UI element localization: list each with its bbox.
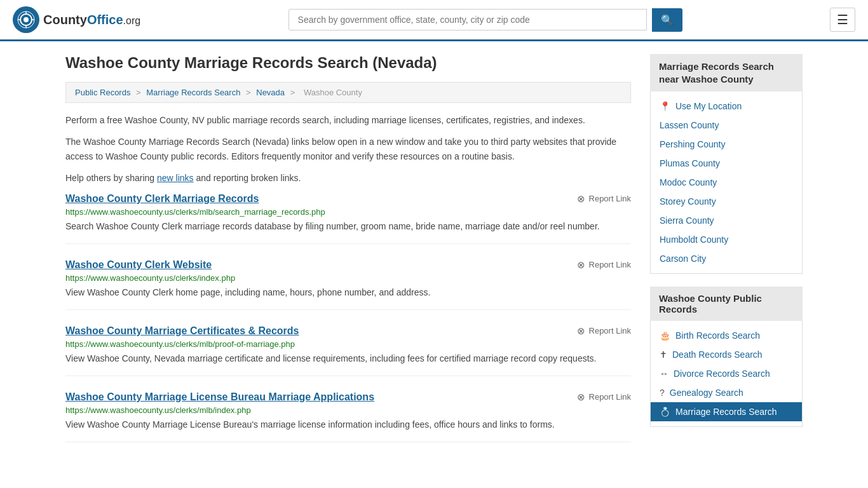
svg-point-2 (24, 17, 29, 22)
public-records-section: 🎂 Birth Records Search ✝ Death Records S… (650, 321, 803, 427)
desc-para-2: The Washoe County Marriage Records Searc… (65, 135, 631, 163)
sidebar: Marriage Records Search near Washoe Coun… (650, 54, 803, 458)
result-title[interactable]: Washoe County Clerk Marriage Records (65, 193, 259, 205)
result-url[interactable]: https://www.washoecounty.us/clerks/index… (65, 273, 631, 283)
report-icon: ⊗ (577, 259, 585, 271)
logo-area: CountyOffice.org (13, 6, 140, 33)
result-item: Washoe County Clerk Website ⊗ Report Lin… (65, 259, 631, 310)
sidebar-lassen[interactable]: Lassen County (651, 116, 802, 135)
divorce-icon: ↔ (660, 369, 668, 379)
report-icon: ⊗ (577, 193, 585, 205)
birth-icon: 🎂 (660, 330, 670, 341)
sidebar-genealogy[interactable]: ? Genealogy Search (651, 383, 802, 402)
result-url[interactable]: https://www.washoecounty.us/clerks/mlb/s… (65, 207, 631, 217)
result-title[interactable]: Washoe County Marriage License Bureau Ma… (65, 391, 374, 403)
result-item: Washoe County Marriage Certificates & Re… (65, 325, 631, 376)
sidebar-death-records[interactable]: ✝ Death Records Search (651, 345, 802, 364)
result-item: Washoe County Marriage License Bureau Ma… (65, 391, 631, 442)
desc-para-3: Help others by sharing new links and rep… (65, 171, 631, 185)
sidebar-carson[interactable]: Carson City (651, 249, 802, 268)
sidebar-use-location[interactable]: 📍 Use My Location (651, 97, 802, 116)
marriage-icon: 💍 (660, 407, 670, 417)
sidebar-pershing[interactable]: Pershing County (651, 135, 802, 154)
new-links-link[interactable]: new links (157, 173, 194, 183)
search-area: 🔍 (288, 8, 682, 32)
menu-button[interactable]: ☰ (830, 8, 855, 32)
result-desc: View Washoe County Marriage License Bure… (65, 418, 631, 431)
result-url[interactable]: https://www.washoecounty.us/clerks/mlb/p… (65, 339, 631, 349)
sidebar-marriage-records[interactable]: 💍 Marriage Records Search (651, 402, 802, 421)
result-url[interactable]: https://www.washoecounty.us/clerks/mlb/i… (65, 405, 631, 415)
result-desc: View Washoe County Clerk home page, incl… (65, 286, 631, 299)
nearby-header: Marriage Records Search near Washoe Coun… (650, 54, 803, 92)
sidebar-plumas[interactable]: Plumas County (651, 154, 802, 173)
main-wrapper: Washoe County Marriage Records Search (N… (53, 41, 815, 470)
report-link[interactable]: ⊗ Report Link (577, 391, 631, 403)
genealogy-icon: ? (660, 388, 665, 398)
sidebar-humboldt[interactable]: Humboldt County (651, 230, 802, 249)
search-button[interactable]: 🔍 (652, 8, 682, 32)
location-pin-icon: 📍 (660, 101, 670, 111)
result-item: Washoe County Clerk Marriage Records ⊗ R… (65, 193, 631, 244)
result-title[interactable]: Washoe County Marriage Certificates & Re… (65, 325, 299, 337)
sidebar-modoc[interactable]: Modoc County (651, 173, 802, 192)
page-title: Washoe County Marriage Records Search (N… (65, 54, 631, 72)
breadcrumb-marriage-records[interactable]: Marriage Records Search (146, 88, 240, 97)
nearby-section: 📍 Use My Location Lassen County Pershing… (650, 92, 803, 274)
sidebar-sierra[interactable]: Sierra County (651, 211, 802, 230)
search-input[interactable] (288, 9, 647, 30)
content-area: Washoe County Marriage Records Search (N… (65, 54, 631, 458)
report-link[interactable]: ⊗ Report Link (577, 325, 631, 337)
logo-text: CountyOffice.org (43, 13, 140, 27)
sidebar-birth-records[interactable]: 🎂 Birth Records Search (651, 326, 802, 345)
result-desc: Search Washoe County Clerk marriage reco… (65, 220, 631, 233)
logo-icon (13, 6, 39, 33)
public-records-header: Washoe County Public Records (650, 287, 803, 321)
sidebar-divorce-records[interactable]: ↔ Divorce Records Search (651, 364, 802, 383)
report-icon: ⊗ (577, 391, 585, 403)
result-desc: View Washoe County, Nevada marriage cert… (65, 352, 631, 365)
results-list: Washoe County Clerk Marriage Records ⊗ R… (65, 193, 631, 442)
desc-para-1: Perform a free Washoe County, NV public … (65, 113, 631, 127)
sidebar-storey[interactable]: Storey County (651, 192, 802, 211)
breadcrumb-public-records[interactable]: Public Records (75, 88, 130, 97)
report-icon: ⊗ (577, 325, 585, 337)
breadcrumb: Public Records > Marriage Records Search… (65, 82, 631, 103)
death-icon: ✝ (660, 349, 667, 360)
breadcrumb-washoe: Washoe County (304, 88, 362, 97)
report-link[interactable]: ⊗ Report Link (577, 193, 631, 205)
header: CountyOffice.org 🔍 ☰ (0, 0, 868, 41)
breadcrumb-nevada[interactable]: Nevada (256, 88, 285, 97)
report-link[interactable]: ⊗ Report Link (577, 259, 631, 271)
result-title[interactable]: Washoe County Clerk Website (65, 259, 212, 271)
